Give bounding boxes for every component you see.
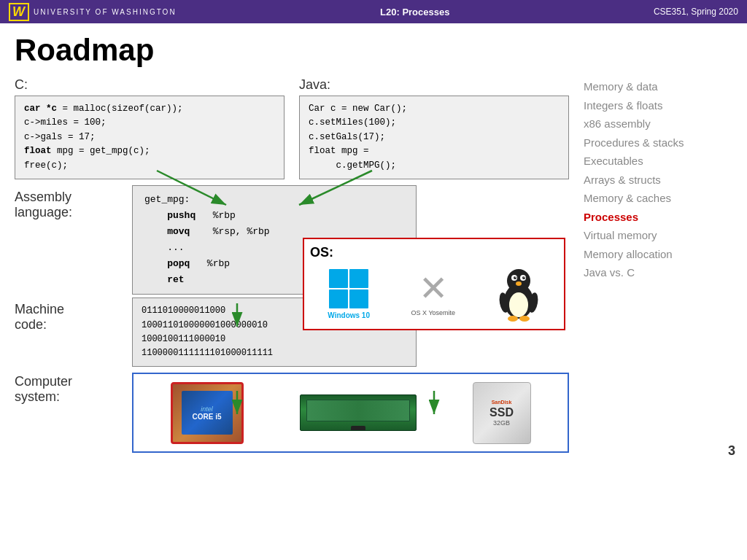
computer-box: intel CORE i5 SanDisk SSD 32GB bbox=[132, 373, 569, 453]
svg-point-2 bbox=[507, 269, 530, 292]
left-panel: C: car *c = malloc(sizeof(car)); c->mile… bbox=[15, 77, 569, 453]
intel-text: intel bbox=[201, 405, 213, 413]
win-pane-1 bbox=[329, 269, 348, 288]
os-icons: Windows 10 ✕ OS X Yosemite bbox=[310, 265, 558, 323]
ssd-brand: SanDisk bbox=[492, 400, 512, 405]
roadmap-item: Arrays & structs bbox=[584, 171, 732, 190]
computer-row: Computersystem: intel CORE i5 bbox=[15, 370, 569, 453]
svg-point-9 bbox=[516, 281, 522, 286]
svg-point-11 bbox=[519, 316, 530, 322]
cpu-chip: intel CORE i5 bbox=[171, 382, 244, 444]
windows-logo: Windows 10 bbox=[328, 269, 370, 319]
computer-label: Computersystem: bbox=[15, 370, 120, 405]
corei5-text: CORE i5 bbox=[192, 413, 221, 421]
ram-container bbox=[300, 394, 417, 431]
win-pane-3 bbox=[329, 289, 348, 308]
mac-label: OS X Yosemite bbox=[411, 309, 456, 316]
roadmap-item: Memory & data bbox=[584, 77, 732, 96]
os-label: OS: bbox=[310, 245, 558, 260]
windows-label: Windows 10 bbox=[328, 311, 370, 319]
c-code-box: car *c = malloc(sizeof(car)); c->miles =… bbox=[15, 96, 285, 179]
header: W UNIVERSITY of WASHINGTON L20: Processe… bbox=[0, 0, 747, 23]
page-title: Roadmap bbox=[15, 35, 732, 66]
lecture-title: L20: Processes bbox=[380, 7, 449, 18]
win-pane-2 bbox=[349, 269, 368, 288]
roadmap-item: Memory allocation bbox=[584, 245, 732, 264]
ssd-label: SSD bbox=[489, 406, 514, 419]
svg-point-10 bbox=[508, 316, 518, 322]
cpu-inner: intel CORE i5 bbox=[182, 391, 233, 435]
roadmap-item: Integers & floats bbox=[584, 96, 732, 115]
java-section: Java: Car c = new Car(); c.setMiles(100)… bbox=[299, 77, 569, 179]
java-label: Java: bbox=[299, 77, 569, 93]
macos-logo: ✕ OS X Yosemite bbox=[411, 271, 456, 316]
svg-point-7 bbox=[514, 276, 516, 278]
win-pane-4 bbox=[349, 289, 368, 308]
ram-notch bbox=[351, 426, 365, 430]
roadmap-item: Procedures & stacks bbox=[584, 133, 732, 152]
roadmap-list: Memory & dataIntegers & floatsx86 assemb… bbox=[584, 77, 732, 282]
code-columns: C: car *c = malloc(sizeof(car)); c->mile… bbox=[15, 77, 569, 179]
course-info: CSE351, Spring 2020 bbox=[654, 7, 738, 17]
ssd-chip: SanDisk SSD 32GB bbox=[473, 382, 531, 444]
page-number: 3 bbox=[728, 443, 735, 459]
penguin-svg bbox=[497, 265, 541, 323]
svg-point-8 bbox=[523, 276, 525, 278]
c-section: C: car *c = malloc(sizeof(car)); c->mile… bbox=[15, 77, 285, 179]
windows-grid bbox=[329, 269, 368, 308]
roadmap-item: Virtual memory bbox=[584, 226, 732, 245]
assembly-label: Assemblylanguage: bbox=[15, 185, 120, 220]
right-panel: Memory & dataIntegers & floatsx86 assemb… bbox=[569, 77, 732, 453]
main-content: Roadmap C: car *c = malloc(sizeof(car));… bbox=[0, 23, 747, 464]
linux-logo bbox=[497, 265, 541, 323]
os-box: OS: Windows 10 ✕ bbox=[303, 238, 565, 330]
svg-point-1 bbox=[509, 292, 528, 317]
c-label: C: bbox=[15, 77, 285, 93]
uw-logo: W UNIVERSITY of WASHINGTON bbox=[9, 3, 177, 21]
mac-x-text: ✕ bbox=[419, 271, 448, 306]
roadmap-item: Java vs. C bbox=[584, 263, 732, 282]
roadmap-item: x86 assembly bbox=[584, 114, 732, 133]
content-area: C: car *c = malloc(sizeof(car)); c->mile… bbox=[15, 77, 732, 453]
java-code-box: Car c = new Car(); c.setMiles(100); c.se… bbox=[299, 96, 569, 179]
roadmap-item: Processes bbox=[584, 208, 732, 227]
roadmap-item: Executables bbox=[584, 152, 732, 171]
uw-text: UNIVERSITY of WASHINGTON bbox=[34, 8, 177, 16]
machine-label: Machinecode: bbox=[15, 298, 120, 332]
ram-chip bbox=[300, 394, 417, 431]
roadmap-item: Memory & caches bbox=[584, 189, 732, 208]
ssd-gb: 32GB bbox=[493, 419, 510, 427]
w-mark: W bbox=[9, 3, 29, 21]
